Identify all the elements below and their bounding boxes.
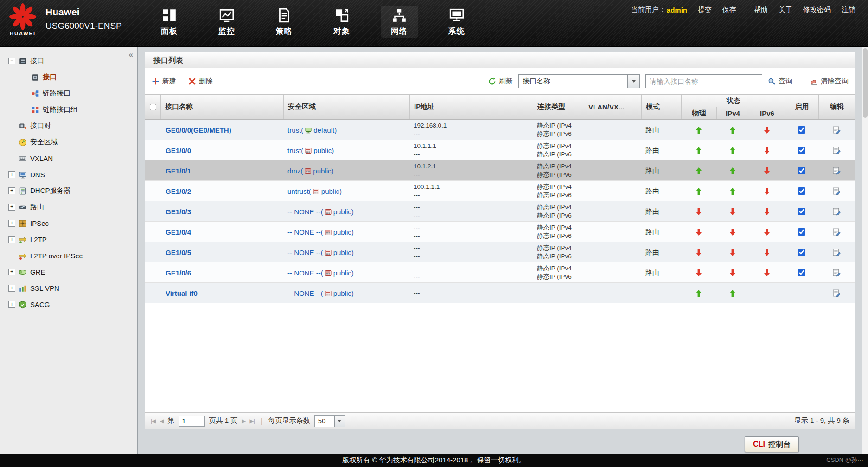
zone-name-link[interactable]: public) [321, 187, 342, 195]
nav-item[interactable]: 监控 [208, 6, 245, 38]
zone-name-link[interactable]: public) [313, 147, 334, 154]
enable-checkbox[interactable] [798, 187, 805, 195]
table-row[interactable]: GE1/0/5 -- NONE --(public) --- --- 静态IP … [145, 242, 855, 262]
enable-checkbox[interactable] [798, 269, 805, 276]
zone-link[interactable]: -- NONE --( [287, 289, 323, 297]
sidebar-item[interactable]: 1 接口对 [0, 118, 137, 134]
interface-name-link[interactable]: GE1/0/2 [166, 187, 191, 195]
tree-expander-icon[interactable]: − [8, 58, 15, 64]
page-scrollbar[interactable] [862, 47, 868, 454]
tree-expander-icon[interactable]: + [8, 171, 15, 178]
interface-name-link[interactable]: Virtual-if0 [166, 289, 198, 297]
sidebar-item[interactable]: + GRE [0, 264, 137, 280]
sidebar-item[interactable]: + SSL VPN [0, 280, 137, 296]
interface-name-link[interactable]: GE1/0/0 [166, 147, 191, 154]
edit-button[interactable] [832, 269, 841, 277]
search-input[interactable] [645, 74, 762, 88]
zone-link[interactable]: untrust( [287, 187, 311, 195]
zone-name-link[interactable]: public) [333, 249, 354, 256]
select-all-checkbox[interactable] [150, 104, 156, 110]
nav-item[interactable]: 对象 [323, 6, 360, 38]
edit-button[interactable] [832, 289, 841, 298]
cli-console-button[interactable]: CLI 控制台 [745, 436, 799, 452]
filter-type-select[interactable]: 接口名称 [518, 74, 640, 88]
top-action-button[interactable]: 注销 [836, 6, 861, 14]
top-action-button[interactable]: 帮助 [749, 6, 773, 14]
enable-checkbox[interactable] [798, 126, 805, 134]
sidebar-item[interactable]: 链路接口组 [0, 102, 137, 118]
table-row[interactable]: GE1/0/6 -- NONE --(public) --- --- 静态IP … [145, 262, 855, 283]
nav-item[interactable]: 面板 [151, 6, 188, 38]
zone-name-link[interactable]: public) [333, 289, 354, 297]
zone-name-link[interactable]: default) [313, 126, 337, 134]
enable-checkbox[interactable] [798, 228, 805, 236]
tree-expander-icon[interactable]: + [8, 269, 15, 275]
edit-button[interactable] [832, 146, 841, 155]
table-row[interactable]: GE0/0/0(GE0/METH) trust(default) 192.168… [145, 120, 855, 140]
zone-link[interactable]: -- NONE --( [287, 228, 323, 236]
nav-item[interactable]: 系统 [438, 6, 475, 38]
sidebar-item[interactable]: + 路由 [0, 199, 137, 215]
new-button[interactable]: 新建 [152, 77, 176, 86]
table-row[interactable]: Virtual-if0 -- NONE --(public) --- [145, 283, 855, 303]
scrollbar-thumb[interactable] [863, 48, 868, 118]
collapse-sidebar-button[interactable]: « [129, 50, 133, 59]
zone-link[interactable]: -- NONE --( [287, 249, 323, 256]
tree-expander-icon[interactable]: + [8, 285, 15, 292]
per-page-select[interactable]: 50 [314, 415, 345, 427]
delete-button[interactable]: 删除 [188, 77, 213, 86]
sidebar-item[interactable]: 安全区域 [0, 134, 137, 150]
zone-link[interactable]: trust( [287, 147, 303, 154]
enable-checkbox[interactable] [798, 147, 805, 154]
first-page-button[interactable]: |◀ [151, 418, 155, 424]
edit-button[interactable] [832, 207, 841, 216]
enable-checkbox[interactable] [798, 249, 805, 256]
top-action-button[interactable]: 修改密码 [798, 6, 836, 14]
tree-expander-icon[interactable]: + [8, 187, 15, 194]
edit-button[interactable] [832, 187, 841, 196]
prev-page-button[interactable]: ◀ [160, 418, 163, 424]
tree-expander-icon[interactable]: + [8, 301, 15, 308]
edit-button[interactable] [832, 248, 841, 257]
interface-name-link[interactable]: GE0/0/0(GE0/METH) [166, 126, 231, 134]
last-page-button[interactable]: ▶| [250, 418, 255, 424]
table-row[interactable]: GE1/0/0 trust(public) 10.1.1.1 --- 静态IP … [145, 140, 855, 160]
refresh-button[interactable]: 刷新 [488, 77, 513, 86]
zone-name-link[interactable]: public) [333, 228, 354, 236]
enable-checkbox[interactable] [798, 167, 805, 174]
sidebar-item[interactable]: 接口 [0, 69, 137, 85]
tree-expander-icon[interactable]: + [8, 220, 15, 227]
edit-button[interactable] [832, 228, 841, 237]
interface-name-link[interactable]: GE1/0/1 [166, 167, 191, 175]
zone-name-link[interactable]: public) [333, 208, 354, 216]
page-number-input[interactable] [179, 416, 205, 427]
sidebar-item[interactable]: L2TP over IPSec [0, 248, 137, 264]
top-action-button[interactable]: 提交 [693, 6, 717, 14]
edit-button[interactable] [832, 166, 841, 175]
tree-expander-icon[interactable]: + [8, 236, 15, 243]
query-button[interactable]: 查询 [768, 77, 792, 86]
nav-item[interactable]: 策略 [266, 6, 303, 38]
sidebar-item[interactable]: − 接口 [0, 53, 137, 69]
zone-name-link[interactable]: public) [313, 167, 333, 175]
sidebar-item[interactable]: VXLAN [0, 150, 137, 166]
interface-name-link[interactable]: GE1/0/6 [166, 269, 191, 277]
top-action-button[interactable]: 保存 [717, 6, 741, 14]
chevron-down-icon[interactable] [334, 416, 345, 427]
tree-expander-icon[interactable]: + [8, 204, 15, 211]
zone-link[interactable]: trust( [287, 126, 303, 134]
zone-link[interactable]: dmz( [287, 167, 303, 175]
nav-item[interactable]: 网络 [381, 6, 418, 38]
interface-name-link[interactable]: GE1/0/5 [166, 249, 191, 256]
zone-link[interactable]: -- NONE --( [287, 269, 323, 277]
edit-button[interactable] [832, 126, 841, 134]
zone-link[interactable]: -- NONE --( [287, 208, 323, 216]
interface-name-link[interactable]: GE1/0/3 [166, 208, 191, 216]
sidebar-item[interactable]: + IPSec [0, 215, 137, 231]
table-row[interactable]: GE1/0/4 -- NONE --(public) --- --- 静态IP … [145, 222, 855, 242]
table-row[interactable]: GE1/0/2 untrust(public) 100.1.1.1 --- 静态… [145, 181, 855, 201]
sidebar-item[interactable]: + DNS [0, 166, 137, 183]
top-action-button[interactable]: 关于 [773, 6, 798, 14]
sidebar-item[interactable]: + L2TP [0, 231, 137, 248]
chevron-down-icon[interactable] [627, 75, 639, 88]
